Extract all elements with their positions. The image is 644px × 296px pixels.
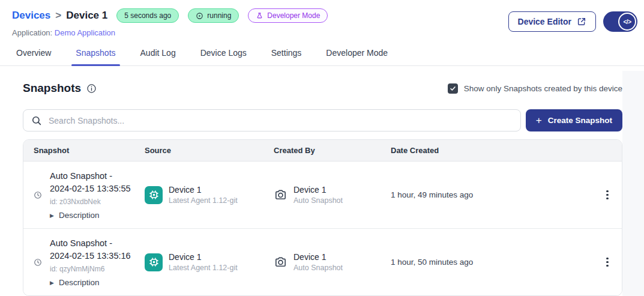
table-header-row: Snapshot Source Created By Date Created bbox=[23, 140, 622, 162]
snapshots-title: Snapshots bbox=[23, 82, 81, 95]
toolbar: + Create Snapshot bbox=[23, 109, 622, 131]
last-updated-label: 5 seconds ago bbox=[124, 11, 171, 20]
code-icon: </> bbox=[618, 13, 636, 31]
status-label: running bbox=[207, 11, 231, 20]
row-actions-menu[interactable] bbox=[593, 186, 622, 205]
tab-snapshots[interactable]: Snapshots bbox=[74, 43, 116, 65]
filter-checkbox[interactable] bbox=[448, 83, 458, 94]
created-by-name: Device 1 bbox=[293, 252, 343, 262]
snapshot-info: Auto Snapshot - 2024-02-15 13:35:55 id: … bbox=[50, 170, 131, 220]
scroll-gutter bbox=[622, 71, 644, 296]
date-created-cell: 1 hour, 49 minutes ago bbox=[391, 190, 593, 199]
snapshot-title-line1: Auto Snapshot - bbox=[50, 170, 131, 183]
creator-info: Device 1 Auto Snapshot bbox=[293, 185, 343, 205]
created-by-type: Auto Snapshot bbox=[293, 264, 343, 272]
tab-audit-log[interactable]: Audit Log bbox=[139, 43, 177, 65]
source-cell: Device 1 Latest Agent 1.12-git bbox=[145, 252, 274, 272]
description-label: Description bbox=[59, 278, 100, 287]
device-editor-button[interactable]: Device Editor bbox=[508, 11, 596, 32]
page-header: Devices > Device 1 5 seconds ago running bbox=[0, 0, 644, 37]
main-content: Snapshots Show only Snapshots created by… bbox=[0, 82, 622, 296]
source-info: Device 1 Latest Agent 1.12-git bbox=[169, 185, 238, 205]
snapshot-cell: Auto Snapshot - 2024-02-15 13:35:16 id: … bbox=[23, 229, 145, 295]
snapshot-title-line1: Auto Snapshot - bbox=[50, 237, 131, 250]
tab-device-logs[interactable]: Device Logs bbox=[199, 43, 248, 65]
breadcrumb: Devices > Device 1 5 seconds ago running bbox=[12, 8, 328, 23]
external-link-icon bbox=[577, 17, 586, 26]
developer-mode-label: Developer Mode bbox=[267, 11, 320, 20]
source-info: Device 1 Latest Agent 1.12-git bbox=[169, 252, 238, 272]
creator-info: Device 1 Auto Snapshot bbox=[293, 252, 343, 272]
column-header-source: Source bbox=[145, 146, 274, 155]
breadcrumb-trail: Devices > Device 1 bbox=[12, 10, 107, 22]
status-badge: running bbox=[188, 8, 239, 23]
chip-icon bbox=[145, 186, 163, 204]
source-cell: Device 1 Latest Agent 1.12-git bbox=[145, 185, 274, 205]
info-icon[interactable] bbox=[86, 83, 97, 94]
filter-device-snapshots[interactable]: Show only Snapshots created by this devi… bbox=[448, 83, 622, 94]
table-row: Auto Snapshot - 2024-02-15 13:35:16 id: … bbox=[23, 228, 622, 295]
column-header-date-created: Date Created bbox=[391, 146, 593, 155]
triangle-right-icon: ▶ bbox=[50, 280, 54, 286]
triangle-right-icon: ▶ bbox=[50, 213, 54, 219]
last-updated-badge: 5 seconds ago bbox=[116, 8, 179, 23]
flask-icon bbox=[256, 12, 263, 20]
source-name: Device 1 bbox=[169, 252, 238, 262]
tab-settings[interactable]: Settings bbox=[270, 43, 303, 65]
filter-label: Show only Snapshots created by this devi… bbox=[464, 84, 622, 93]
search-box[interactable] bbox=[23, 109, 521, 131]
created-by-cell: Device 1 Auto Snapshot bbox=[274, 185, 391, 205]
tab-developer-mode[interactable]: Developer Mode bbox=[325, 43, 389, 65]
breadcrumb-devices-link[interactable]: Devices bbox=[12, 10, 50, 22]
section-header: Snapshots Show only Snapshots created by… bbox=[23, 82, 622, 95]
snapshot-title-line2: 2024-02-15 13:35:55 bbox=[50, 183, 131, 195]
application-label: Application: bbox=[12, 28, 52, 37]
date-created-cell: 1 hour, 50 minutes ago bbox=[391, 258, 593, 267]
source-agent: Latest Agent 1.12-git bbox=[169, 196, 238, 205]
device-editor-label: Device Editor bbox=[518, 17, 571, 26]
created-by-type: Auto Snapshot bbox=[293, 196, 343, 205]
breadcrumb-current-device: Device 1 bbox=[66, 10, 107, 22]
camera-icon bbox=[274, 188, 287, 202]
description-expander[interactable]: ▶ Description bbox=[50, 278, 131, 287]
page-title: Snapshots bbox=[23, 82, 97, 95]
chip-icon bbox=[145, 253, 163, 271]
snapshot-id: id: qzyNmMjNm6 bbox=[50, 265, 131, 273]
tab-overview[interactable]: Overview bbox=[15, 43, 52, 65]
developer-mode-badge: Developer Mode bbox=[248, 8, 328, 23]
description-label: Description bbox=[59, 211, 100, 220]
snapshots-table: Snapshot Source Created By Date Created … bbox=[23, 139, 622, 296]
search-icon bbox=[31, 115, 42, 126]
create-snapshot-button[interactable]: + Create Snapshot bbox=[526, 109, 622, 131]
column-header-created-by: Created By bbox=[274, 146, 391, 155]
source-name: Device 1 bbox=[169, 185, 238, 195]
clock-icon bbox=[34, 191, 42, 199]
application-link[interactable]: Demo Application bbox=[55, 28, 115, 37]
play-circle-icon bbox=[196, 12, 203, 20]
snapshot-cell: Auto Snapshot - 2024-02-15 13:35:55 id: … bbox=[23, 162, 145, 228]
breadcrumb-separator: > bbox=[55, 10, 61, 22]
snapshot-title-line2: 2024-02-15 13:35:16 bbox=[50, 250, 131, 262]
header-actions: Device Editor </> bbox=[508, 11, 637, 32]
create-snapshot-label: Create Snapshot bbox=[548, 116, 612, 125]
developer-mode-toggle[interactable]: </> bbox=[603, 11, 637, 32]
tab-bar: Overview Snapshots Audit Log Device Logs… bbox=[0, 43, 644, 66]
description-expander[interactable]: ▶ Description bbox=[50, 211, 131, 220]
table-row: Auto Snapshot - 2024-02-15 13:35:55 id: … bbox=[23, 162, 622, 228]
search-input[interactable] bbox=[49, 116, 513, 125]
application-line: Application: Demo Application bbox=[12, 28, 328, 37]
snapshot-info: Auto Snapshot - 2024-02-15 13:35:16 id: … bbox=[50, 237, 131, 287]
source-agent: Latest Agent 1.12-git bbox=[169, 264, 238, 272]
camera-icon bbox=[274, 255, 287, 269]
row-actions-menu[interactable] bbox=[593, 253, 622, 272]
created-by-name: Device 1 bbox=[293, 185, 343, 195]
clock-icon bbox=[34, 258, 42, 267]
created-by-cell: Device 1 Auto Snapshot bbox=[274, 252, 391, 272]
column-header-snapshot: Snapshot bbox=[23, 146, 145, 155]
header-left: Devices > Device 1 5 seconds ago running bbox=[12, 8, 328, 37]
plus-icon: + bbox=[536, 115, 542, 125]
snapshot-id: id: z03NxdbNek bbox=[50, 198, 131, 206]
